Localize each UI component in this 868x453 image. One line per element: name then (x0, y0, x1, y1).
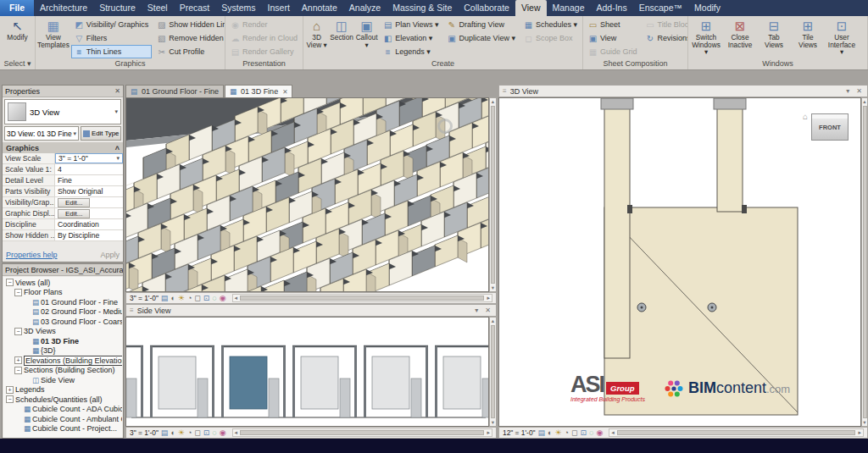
close-icon[interactable]: ✕ (854, 87, 864, 95)
scrollbar-thumb[interactable] (617, 430, 856, 435)
tree-item-03-ground-floor-coarse[interactable]: ▤03 Ground Floor - Coarse (3, 317, 122, 327)
view-scale[interactable]: 3" = 1'-0" (130, 294, 159, 302)
title-block-button[interactable]: ▭Title Block (643, 18, 687, 31)
home-icon[interactable]: ⌂ (803, 112, 808, 121)
main-vertical-scrollbar[interactable]: ▴▾ (489, 97, 497, 292)
minimize-icon[interactable]: ▾ (844, 87, 851, 95)
property-value[interactable]: By Discipline (55, 230, 123, 240)
close-tab-icon[interactable]: ✕ (282, 88, 287, 96)
ribbon-tab-steel[interactable]: Steel (142, 0, 174, 16)
property-value[interactable]: Fine (55, 175, 123, 185)
crop-view-icon[interactable]: ◻ (194, 295, 200, 302)
ribbon-tab-architecture[interactable]: Architecture (34, 0, 93, 16)
render-gallery-button[interactable]: ▤Render Gallery (227, 45, 301, 58)
ribbon-tab-massing-site[interactable]: Massing & Site (387, 0, 458, 16)
side-view-header[interactable]: ≡Side View▾✕ (125, 304, 497, 317)
scroll-up-icon[interactable]: ▴ (492, 318, 494, 324)
properties-help-link[interactable]: Properties help (6, 251, 58, 259)
collapse-icon[interactable]: − (14, 367, 22, 374)
scroll-right-icon[interactable]: ▸ (485, 295, 492, 301)
thin-lines-button[interactable]: ≡Thin Lines (71, 45, 152, 58)
expand-icon[interactable]: + (14, 356, 22, 364)
edit-button[interactable]: Edit... (58, 209, 90, 218)
collapse-icon[interactable]: − (6, 395, 14, 403)
apply-button[interactable]: Apply (100, 251, 120, 259)
sun-path-icon[interactable]: ☀ (178, 295, 185, 302)
ribbon-tab-annotate[interactable]: Annotate (296, 0, 343, 16)
view-button[interactable]: ▣View (585, 31, 641, 45)
graphics-section-header[interactable]: Graphics ˄ (3, 142, 123, 153)
schedules-button[interactable]: ▦Schedules ▾ (520, 18, 581, 31)
drag-handle-icon[interactable]: ≡ (130, 307, 134, 314)
filters-button[interactable]: ▽Filters (71, 31, 152, 45)
property-value[interactable]: Coordination (55, 219, 123, 229)
tree-item-3d[interactable]: ▦{3D} (3, 346, 122, 356)
remove-hidden-lines-button[interactable]: ▧Remove Hidden Lines (153, 31, 225, 45)
shadows-icon[interactable]: ◔ (187, 295, 192, 302)
minimize-icon[interactable]: ▾ (473, 307, 480, 314)
duplicate-view-button[interactable]: ▣Duplicate View ▾ (444, 31, 519, 45)
callout-button[interactable]: ▣Callout ▾ (355, 18, 378, 59)
ribbon-tab-file[interactable]: File (0, 0, 34, 16)
tree-item-schedules-quantities-all[interactable]: −Schedules/Quantities (all) (3, 395, 122, 405)
render-in-cloud-button[interactable]: ☁Render in Cloud (227, 31, 301, 45)
reveal-hidden-elements-icon[interactable]: ◉ (220, 429, 226, 437)
scroll-up-icon[interactable]: ▴ (492, 98, 494, 105)
panel-label-graphics[interactable]: Graphics (36, 59, 225, 69)
panel-label-select[interactable]: Select ▾ (0, 59, 35, 69)
panel-label-presentation[interactable]: Presentation (225, 59, 303, 69)
temporary-hide-isolate-icon[interactable]: ◌ (212, 295, 216, 302)
cut-profile-button[interactable]: ✂Cut Profile (153, 45, 225, 58)
scrollbar-thumb[interactable] (863, 106, 867, 418)
document-tab-01-3d-fine[interactable]: ▦01 3D Fine✕ (225, 85, 292, 97)
tree-item-cubicle-count-project[interactable]: ▦Cubicle Count - Project... (3, 424, 122, 434)
tree-item-02-ground-floor-mediu[interactable]: ▤02 Ground Floor - Mediu (3, 307, 122, 318)
visual-style-icon[interactable]: ◐ (170, 295, 175, 302)
property-value[interactable]: 4 (55, 164, 123, 174)
side-view-viewport[interactable] (125, 317, 489, 427)
right-3d-view-header[interactable]: ≡3D View▾✕ (498, 85, 868, 97)
scroll-right-icon[interactable]: ▸ (856, 429, 863, 436)
shadows-icon[interactable]: ◔ (187, 429, 192, 437)
horizontal-scrollbar[interactable]: ◂▸ (232, 428, 492, 437)
visual-style-icon[interactable]: ◐ (170, 429, 175, 437)
document-tab-01-ground-floor-fine[interactable]: ▤01 Ground Floor - Fine (125, 85, 224, 97)
collapse-icon[interactable]: − (6, 279, 14, 286)
sun-path-icon[interactable]: ☀ (178, 429, 185, 437)
user-interface-button[interactable]: ⊡User Interface ▾ (826, 18, 858, 59)
sun-path-icon[interactable]: ☀ (554, 429, 561, 437)
scroll-down-icon[interactable]: ▾ (863, 419, 865, 426)
tree-item-elevations-building-elevation[interactable]: +Elevations (Building Elevation) (3, 356, 122, 366)
view-templates-button[interactable]: ▦View Templates (37, 18, 70, 59)
show-crop-region-icon[interactable]: ⊡ (203, 429, 210, 437)
scroll-left-icon[interactable]: ◂ (233, 429, 240, 436)
scope-box-button[interactable]: ◻Scope Box (520, 31, 581, 45)
ribbon-tab-insert[interactable]: Insert (262, 0, 296, 16)
elevation-button[interactable]: ◧Elevation ▾ (380, 31, 442, 45)
ribbon-tab-systems[interactable]: Systems (215, 0, 261, 16)
scroll-left-icon[interactable]: ◂ (233, 295, 240, 301)
type-selector[interactable]: 3D View ▾ (4, 99, 121, 124)
scrollbar-thumb[interactable] (240, 430, 484, 435)
horizontal-scrollbar[interactable]: ◂▸ (609, 428, 864, 437)
scrollbar-thumb[interactable] (491, 325, 495, 418)
horizontal-scrollbar[interactable]: ◂▸ (232, 294, 492, 302)
detail-level-icon[interactable]: ▤ (161, 295, 169, 302)
sheet-button[interactable]: ▭Sheet (585, 18, 641, 31)
show-crop-region-icon[interactable]: ⊡ (580, 429, 587, 437)
right-3d-viewport[interactable]: ⌂ FRONT ASI Group Integrated Building Pr… (498, 97, 861, 427)
tree-item-cubicle-count-ada-cubicl[interactable]: ▦Cubicle Count - ADA Cubicl (3, 405, 122, 415)
view-scale[interactable]: 12" = 1'-0" (503, 428, 536, 437)
ribbon-tab-add-ins[interactable]: Add-Ins (590, 0, 632, 16)
expand-icon[interactable]: + (6, 386, 14, 394)
tree-item-legends[interactable]: +Legends (3, 385, 122, 395)
legends-button[interactable]: ≡Legends ▾ (380, 45, 442, 58)
plan-views-button[interactable]: ▤Plan Views ▾ (380, 18, 442, 31)
show-hidden-lines-button[interactable]: ▨Show Hidden Lines (153, 18, 225, 31)
main-3d-viewport[interactable] (125, 97, 489, 292)
tab-views-button[interactable]: ⊟Tab Views (758, 18, 790, 59)
scroll-up-icon[interactable]: ▴ (863, 98, 865, 105)
3d-view-button[interactable]: ⌂3D View ▾ (305, 18, 328, 59)
edit-button[interactable]: Edit... (58, 198, 90, 207)
temporary-hide-isolate-icon[interactable]: ◌ (589, 429, 593, 437)
